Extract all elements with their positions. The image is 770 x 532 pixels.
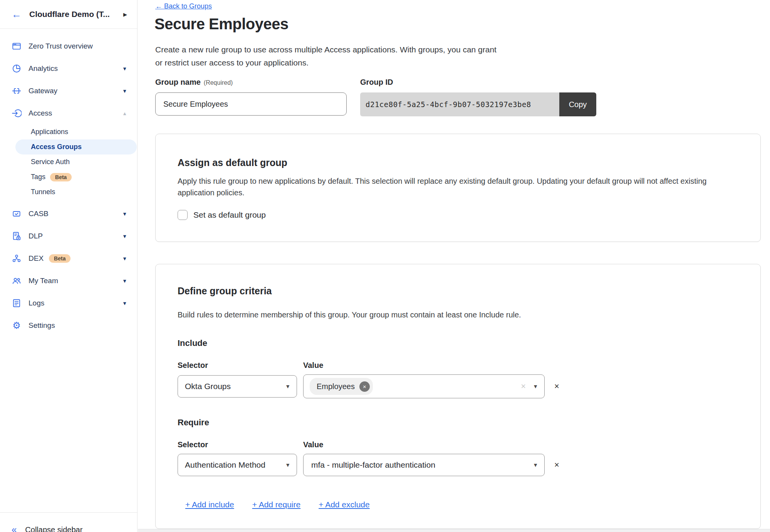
remove-include-rule-icon[interactable]: × [554,382,559,391]
chevron-down-icon[interactable]: ▼ [122,211,127,217]
gear-icon: ⚙ [12,321,22,331]
remove-require-rule-icon[interactable]: × [554,461,559,469]
sidebar-item-service-auth[interactable]: Service Auth [0,154,137,170]
pie-chart-icon [12,64,22,74]
bottom-strip [138,529,770,532]
default-group-card: Assign as default group Apply this rule … [155,134,761,242]
collapse-chevrons-icon: « [12,525,17,532]
access-login-icon [12,108,22,118]
sidebar-item-gateway[interactable]: Gateway ▼ [0,80,137,102]
sidebar-item-tags[interactable]: Tags Beta [0,170,137,185]
require-rule-row: Authentication Method ▼ mfa - multiple-f… [178,454,745,476]
include-selector-dropdown[interactable]: Okta Groups ▼ [178,375,297,398]
page-description: Create a new rule group to use across mu… [155,43,497,69]
browser-window-icon [12,41,22,51]
zero-trust-dashboard: ← Cloudflare Demo (T... ▶ Zero Trust ove… [0,0,770,532]
include-section-title: Include [178,338,745,348]
sidebar-item-access[interactable]: Access ▲ [0,102,137,124]
include-value-multiselect[interactable]: Employees × × ▼ [303,374,545,398]
require-selector-label: Selector [178,440,303,449]
add-require-link[interactable]: + Add require [252,500,301,509]
collapse-sidebar-button[interactable]: « Collapse sidebar [0,521,137,532]
account-expand-icon[interactable]: ▶ [123,12,127,17]
sidebar-item-my-team[interactable]: My Team ▼ [0,270,137,292]
back-arrow-icon[interactable]: ← [12,9,22,19]
chip-remove-icon[interactable]: × [359,381,370,392]
document-lock-icon [12,231,22,241]
sidebar-item-label: Applications [31,128,68,136]
sidebar-item-label: My Team [29,277,58,285]
chevron-down-icon[interactable]: ▼ [122,88,127,94]
default-group-card-description: Apply this rule group to new application… [178,175,740,198]
sidebar-item-label: Access [29,109,52,117]
add-include-link[interactable]: + Add include [185,500,234,509]
sidebar-item-dex[interactable]: DEX Beta ▼ [0,247,137,270]
add-exclude-link[interactable]: + Add exclude [319,500,370,509]
default-group-card-title: Assign as default group [178,134,745,168]
logs-list-icon [12,298,22,308]
chevron-down-icon: ▼ [533,383,538,389]
sidebar-header: ← Cloudflare Demo (T... ▶ [0,0,137,29]
sidebar-item-label: DLP [29,232,43,240]
sidebar-item-logs[interactable]: Logs ▼ [0,292,137,314]
sidebar-item-casb[interactable]: CASB ▼ [0,203,137,225]
sidebar-item-access-groups[interactable]: Access Groups [15,139,137,154]
chevron-down-icon: ▼ [285,462,290,468]
page-title: Secure Employees [154,15,289,33]
chevron-down-icon[interactable]: ▼ [122,278,127,284]
default-group-checkbox[interactable] [178,210,188,220]
sidebar-item-label: Tunnels [31,188,55,196]
require-value-dropdown[interactable]: mfa - multiple-factor authentication ▼ [303,454,545,476]
sidebar-item-label: Settings [29,321,55,330]
collapse-sidebar-label: Collapse sidebar [25,525,82,532]
main-content: ← Back to Groups Secure Employees Create… [138,0,770,532]
value-chip: Employees × [310,378,373,395]
sidebar-item-tunnels[interactable]: Tunnels [0,185,137,200]
include-selector-label: Selector [178,361,303,370]
chevron-down-icon[interactable]: ▼ [122,233,127,239]
sidebar-item-settings[interactable]: ⚙ Settings [0,314,137,337]
group-name-input[interactable] [155,92,347,116]
chevron-down-icon[interactable]: ▼ [122,300,127,306]
beta-badge: Beta [49,254,70,263]
criteria-card-description: Build rules to determine membership of t… [178,309,740,321]
sidebar-item-label: Access Groups [31,143,82,151]
group-id-value: d21ce80f-5a25-4bcf-9b07-5032197e3be8 [360,92,559,116]
sidebar-item-label: Analytics [29,64,58,73]
casb-check-icon [12,209,22,219]
sidebar-item-analytics[interactable]: Analytics ▼ [0,57,137,80]
require-value-label: Value [303,440,323,449]
require-selector-dropdown[interactable]: Authentication Method ▼ [178,454,297,476]
sidebar-item-zero-trust-overview[interactable]: Zero Trust overview [0,35,137,57]
include-value-label: Value [303,361,323,370]
beta-badge: Beta [50,173,72,181]
criteria-card-title: Define group criteria [178,264,745,297]
copy-button[interactable]: Copy [559,92,596,116]
sidebar-item-dlp[interactable]: DLP ▼ [0,225,137,247]
group-id-field: Group ID d21ce80f-5a25-4bcf-9b07-5032197… [360,78,596,116]
sidebar-item-label: Zero Trust overview [29,42,93,50]
sidebar: ← Cloudflare Demo (T... ▶ Zero Trust ove… [0,0,138,532]
sidebar-item-label: Gateway [29,87,57,95]
required-hint: (Required) [204,79,233,86]
chevron-up-icon[interactable]: ▲ [122,111,127,116]
default-group-checkbox-label: Set as default group [193,210,266,220]
require-section-title: Require [178,418,745,428]
sidebar-item-label: DEX [29,254,44,263]
add-rule-links: + Add include + Add require + Add exclud… [185,500,745,509]
chevron-down-icon: ▼ [285,383,290,389]
sidebar-item-label: CASB [29,210,49,218]
sidebar-footer-divider [0,512,137,513]
chevron-down-icon: ▼ [533,462,538,468]
sidebar-item-label: Logs [29,299,44,307]
sidebar-item-label: Tags [31,173,45,181]
gateway-icon [12,86,22,96]
sidebar-nav: Zero Trust overview Analytics ▼ [0,29,137,337]
include-rule-row: Okta Groups ▼ Employees × × ▼ × [178,374,745,398]
clear-values-icon[interactable]: × [521,381,526,391]
chevron-down-icon[interactable]: ▼ [122,66,127,72]
chevron-down-icon[interactable]: ▼ [122,256,127,262]
back-to-groups-link[interactable]: ← Back to Groups [155,2,212,10]
group-name-label: Group name [155,78,201,86]
sidebar-item-applications[interactable]: Applications [0,124,137,139]
